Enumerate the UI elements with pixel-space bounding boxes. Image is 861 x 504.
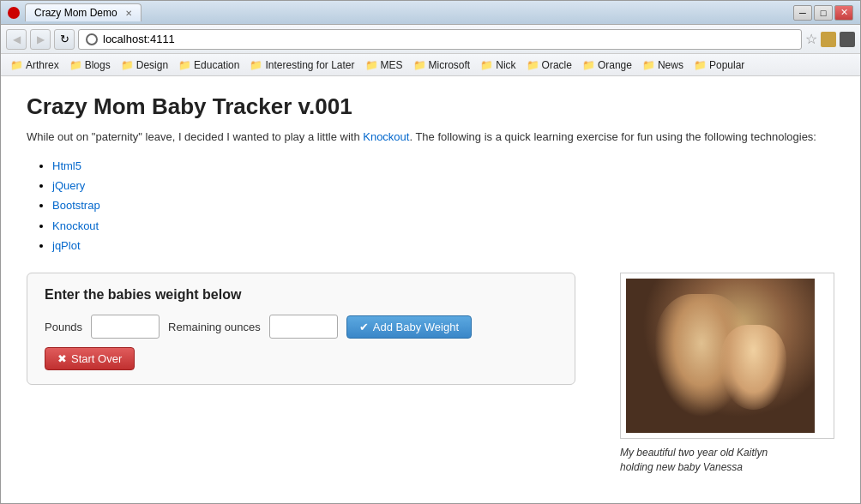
photo-image [626,279,815,433]
right-section: My beautiful two year old Kaitlyn holdin… [620,273,834,475]
browser-window: Crazy Mom Demo ✕ ─ □ ✕ ◀ ▶ ↻ localhost:4… [0,0,861,504]
refresh-button[interactable]: ↻ [54,29,75,50]
title-bar-left: Crazy Mom Demo ✕ [8,3,141,21]
address-bar[interactable]: localhost:4111 [78,29,802,50]
weight-box-heading: Enter the babies weight below [45,287,557,303]
bookmark-nick[interactable]: 📁 Nick [476,58,520,72]
maximize-button[interactable]: □ [814,5,833,21]
browser-tab[interactable]: Crazy Mom Demo ✕ [25,3,141,21]
bookmark-news[interactable]: 📁 News [638,58,688,72]
list-item: jQuery [52,176,834,195]
page-content: Crazy Mom Baby Tracker v.001 While out o… [1,76,860,492]
bookmark-mes[interactable]: 📁 MES [361,58,407,72]
bookmark-education[interactable]: 📁 Education [174,58,244,72]
add-button-label: Add Baby Weight [373,321,459,333]
nav-bar: ◀ ▶ ↻ localhost:4111 ☆ [1,25,860,54]
bookmark-label: Arthrex [26,59,59,71]
caption-line1: My beautiful two year old Kaitlyn [620,447,768,459]
ounces-input[interactable] [269,315,338,339]
pounds-label: Pounds [45,321,82,333]
extensions-icon[interactable] [821,32,836,47]
folder-icon: 📁 [480,59,493,71]
title-bar: Crazy Mom Demo ✕ ─ □ ✕ [1,1,860,25]
knockout-tech-link[interactable]: Knockout [52,219,99,232]
bookmark-design[interactable]: 📁 Design [117,58,172,72]
bookmark-orange[interactable]: 📁 Orange [578,58,636,72]
bookmark-label: Interesting for Later [265,59,354,71]
photo-frame [620,273,834,439]
tab-close-icon[interactable]: ✕ [125,9,132,18]
bookmark-popular[interactable]: 📁 Popular [689,58,749,72]
bookmark-label: Orange [598,59,632,71]
bookmark-label: Popular [709,59,744,71]
folder-icon: 📁 [121,59,134,71]
folder-icon: 📁 [250,59,262,71]
bookmark-label: MES [381,59,403,71]
start-over-x-icon: ✖ [57,352,67,365]
back-button[interactable]: ◀ [6,29,27,50]
pounds-input[interactable] [91,315,160,339]
folder-icon: 📁 [642,59,655,71]
left-section: Enter the babies weight below Pounds Rem… [27,273,594,385]
add-baby-weight-button[interactable]: ✔ Add Baby Weight [346,315,472,339]
favorites-star-icon[interactable]: ☆ [805,31,817,47]
tab-favicon [8,7,20,19]
intro-text: While out on "paternity" leave, I decide… [27,130,363,143]
ounces-label: Remaining ounces [168,321,261,333]
list-item: Knockout [52,216,834,236]
weight-inputs: Pounds Remaining ounces ✔ Add Baby Weigh… [45,315,557,370]
start-over-button[interactable]: ✖ Start Over [45,347,135,370]
page-heading: Crazy Mom Baby Tracker v.001 [27,93,834,120]
close-button[interactable]: ✕ [834,5,853,21]
bookmark-blogs[interactable]: 📁 Blogs [65,58,115,72]
bookmark-label: Blogs [85,59,111,71]
folder-icon: 📁 [527,59,539,71]
refresh-icon: ↻ [60,33,69,45]
bookmark-microsoft[interactable]: 📁 Microsoft [409,58,475,72]
folder-icon: 📁 [694,59,707,71]
address-text: localhost:4111 [103,33,175,45]
nav-right-icons: ☆ [805,31,855,47]
title-bar-controls: ─ □ ✕ [793,5,853,21]
bookmark-label: Nick [496,59,515,71]
bookmark-label: News [658,59,683,71]
bootstrap-link[interactable]: Bootstrap [52,199,100,212]
forward-icon: ▶ [37,33,45,45]
folder-icon: 📁 [69,59,82,71]
folder-icon: 📁 [413,59,426,71]
forward-button[interactable]: ▶ [30,29,51,50]
minimize-button[interactable]: ─ [793,5,812,21]
bookmarks-bar: 📁 Arthrex 📁 Blogs 📁 Design 📁 Education 📁… [1,54,860,76]
tech-list: Html5 jQuery Bootstrap Knockout jqPlot [27,156,834,256]
html5-link[interactable]: Html5 [52,159,81,172]
bookmark-oracle[interactable]: 📁 Oracle [522,58,576,72]
bookmark-label: Microsoft [429,59,471,71]
baby-photo [626,279,815,433]
folder-icon: 📁 [10,59,23,71]
intro-suffix: . The following is a quick learning exer… [409,130,816,143]
bookmark-arthrex[interactable]: 📁 Arthrex [6,58,63,72]
bookmark-interesting[interactable]: 📁 Interesting for Later [245,58,358,72]
folder-icon: 📁 [178,59,191,71]
knockout-link[interactable]: Knockout [363,130,409,143]
photo-caption: My beautiful two year old Kaitlyn holdin… [620,446,834,475]
list-item: Bootstrap [52,195,834,215]
weight-box: Enter the babies weight below Pounds Rem… [27,273,575,385]
bookmark-label: Education [194,59,239,71]
caption-line2: holding new baby Vanessa [620,461,743,473]
folder-icon: 📁 [365,59,378,71]
add-checkmark-icon: ✔ [359,321,369,333]
folder-icon: 📁 [582,59,595,71]
tab-label: Crazy Mom Demo [34,7,117,19]
jqplot-link[interactable]: jqPlot [52,239,81,252]
list-item: jqPlot [52,236,834,255]
bookmark-label: Oracle [542,59,572,71]
back-icon: ◀ [13,33,21,45]
list-item: Html5 [52,156,834,176]
address-favicon [86,33,98,45]
bookmark-label: Design [136,59,168,71]
intro-paragraph: While out on "paternity" leave, I decide… [27,129,834,146]
menu-icon[interactable] [840,32,855,47]
jquery-link[interactable]: jQuery [52,179,85,192]
start-over-label: Start Over [71,352,122,365]
